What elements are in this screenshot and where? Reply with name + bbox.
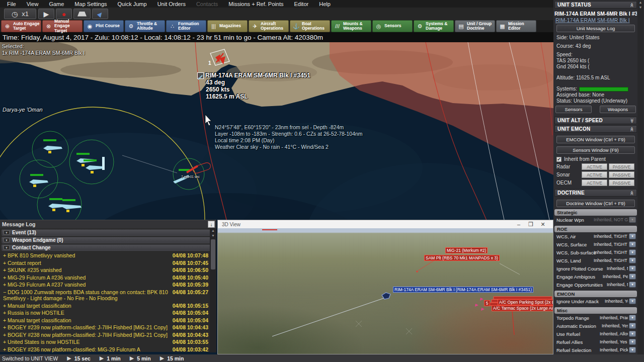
formation-editor-button[interactable]: ∴ FormationEditor (166, 20, 206, 32)
log-entry[interactable]: + Contact report04/08 10:07:45 (0, 259, 216, 267)
sensors-window-button[interactable]: Sensors Window (F9) (556, 146, 635, 154)
log-entry[interactable]: + BOGEY #239 now platform-classified: J-… (0, 324, 216, 331)
oecm-active-button[interactable]: ACTIVE (582, 179, 607, 186)
log-entry[interactable]: + MiG-29 Fulcrum A #236 vanished04/08 10… (0, 274, 216, 282)
unit-database-link[interactable]: RIM-174A ERAM SM-6MR Blk I (554, 17, 637, 23)
sidebar-scrollbar[interactable]: ▲ ▼ (637, 0, 643, 362)
log-entry[interactable]: + BPK 810 Smetlivyy vanished04/08 10:07:… (0, 252, 216, 259)
dropdown-icon[interactable]: ▼ (629, 249, 636, 255)
sensors-panel-button[interactable]: Sensors (555, 106, 592, 113)
rim-missile-label[interactable]: RIM-174A ERAM SM-6MR Blk I (RIM-174A ERA… (393, 287, 533, 293)
weapons-panel-button[interactable]: Weapons (600, 106, 636, 113)
collapse-chevron-icon[interactable]: ≪ (629, 127, 634, 131)
menu-map-settings[interactable]: Map Settings (74, 1, 107, 7)
dropdown-icon[interactable]: ▼ (629, 323, 636, 329)
mission-editor-button[interactable]: ▦ MissionEditor (496, 20, 536, 32)
play-button[interactable]: ▶ (38, 9, 54, 19)
chevron-down-icon[interactable]: ▼ (4, 238, 10, 242)
expand-chevron-icon[interactable]: ≪ (629, 118, 634, 123)
systems-damage-button[interactable]: ⚙ Systems &Damage (414, 20, 454, 32)
log-entry[interactable]: + MiG-29 Fulcrum A #237 vanished04/08 10… (0, 281, 216, 289)
3d-view-titlebar[interactable]: 3D View – ❒ ✕ (218, 220, 553, 228)
menu-help[interactable]: Help (319, 1, 331, 7)
menu-editor[interactable]: Editor (294, 1, 308, 7)
inherit-checkbox[interactable]: ✔ (556, 157, 561, 162)
dropdown-icon[interactable]: ▼ (629, 347, 636, 353)
log-entry[interactable]: + BOGEY #236 now platform-classified: Mi… (0, 346, 216, 353)
chevron-down-icon[interactable]: ▼ (4, 245, 10, 250)
mig21-label[interactable]: MiG-21 (Merkum #2) (445, 247, 488, 253)
3d-view-content[interactable]: MiG-21 (Merkum #2) SAM Plt (RBS 70 Mk1 M… (218, 228, 553, 354)
menu-missions-refpoints[interactable]: Missions + Ref. Points (228, 1, 283, 7)
boat-operations-button[interactable]: ⚓ BoatOperations (290, 20, 330, 32)
log-group-event[interactable]: ▼ Event (13) (2, 229, 215, 236)
mounts-weapons-button[interactable]: /// Mounts &Weapons (331, 20, 371, 32)
dropdown-icon[interactable]: ▼ (629, 298, 636, 304)
dropdown-icon[interactable]: ▼ (629, 315, 636, 321)
plot-course-button[interactable]: ◉ Plot Course (84, 20, 124, 32)
time-compression-button[interactable]: ◷ x1 (4, 9, 36, 19)
dropdown-icon[interactable]: ▼ (629, 265, 636, 272)
doctrine-header[interactable]: DOCTRINE ≪ (554, 189, 637, 197)
time-step-15min[interactable]: ▶ 15 min (160, 355, 184, 361)
log-entry[interactable]: + BOGEY #238 now platform-classified: J-… (0, 331, 216, 339)
close-icon[interactable]: ✕ (537, 221, 549, 228)
menu-quick-jump[interactable]: Quick Jump (118, 1, 147, 7)
time-step-5min[interactable]: ▶ 5 min (130, 355, 151, 361)
maximize-icon[interactable]: ❒ (525, 221, 537, 228)
log-group-weapon-endgame[interactable]: ▼ Weapon Endgame (0) (2, 237, 215, 243)
menu-file[interactable]: File (7, 1, 16, 7)
unit-message-log-button[interactable]: Unit Message Log (556, 25, 635, 32)
throttle-altitude-button[interactable]: ⚙ Throttle &Altitude (125, 20, 165, 32)
record-button[interactable]: ● (56, 9, 72, 19)
radar-passive-button[interactable]: PASSIVE (609, 163, 634, 170)
tarmac-space-label[interactable]: A/C Tarmac Space (2x Large Aircraft) (492, 305, 553, 311)
log-group-contact-change[interactable]: ▼ Contact Change (2, 244, 215, 251)
unit-group-doctrine-button[interactable]: ▤ Unit / GroupDoctrine (455, 20, 495, 32)
scroll-up-icon[interactable]: ▲ (210, 228, 216, 233)
magazines-button[interactable]: ||| Magazines (207, 20, 248, 32)
unit-alt-speed-header[interactable]: UNIT ALT / SPEED ≪ (554, 117, 637, 124)
doctrine-window-button[interactable]: Doctrine Window (Ctrl + F9) (556, 200, 635, 207)
dropdown-icon[interactable]: ▼ (629, 233, 636, 239)
manual-engage-target-button[interactable]: ⊗ ManualEngage Target (42, 20, 83, 32)
dropdown-icon[interactable]: ▼ (629, 282, 636, 288)
collapse-chevron-icon[interactable]: ≪ (629, 191, 634, 195)
message-log-scrollbar[interactable]: ▲ ▼ (210, 228, 216, 352)
oecm-passive-button[interactable]: PASSIVE (609, 179, 634, 186)
parking-spot-label[interactable]: A/C Open Parking Spot (2x Large (498, 299, 553, 305)
scroll-down-icon[interactable]: ▼ (210, 233, 216, 238)
sam-platoon-label[interactable]: SAM Plt (RBS 70 Mk1 MANPADS x 3) (424, 255, 500, 261)
scroll-up-icon[interactable]: ▲ (637, 0, 643, 5)
auto-engage-target-button[interactable]: ⊕ Auto EngageTarget (1, 20, 41, 32)
jump-to-pointer-button[interactable]: ▶ (92, 9, 108, 19)
log-entry[interactable]: + Russia is now HOSTILE04/08 10:05:04 (0, 309, 216, 317)
dropdown-icon[interactable]: ▼ (629, 257, 636, 263)
scrollbar-thumb[interactable] (211, 239, 215, 269)
dropdown-icon[interactable]: ▼ (629, 331, 636, 337)
collapse-chevron-icon[interactable]: ≪ (629, 3, 634, 7)
time-step-15sec[interactable]: ▶ 15 sec (67, 355, 91, 361)
chevron-down-icon[interactable]: ▼ (4, 230, 10, 235)
dropdown-icon[interactable]: ▼ (629, 241, 636, 247)
dropdown-icon[interactable]: ▼ (629, 274, 636, 280)
unit-status-header[interactable]: UNIT STATUS ≪ (554, 1, 637, 9)
sonar-active-button[interactable]: ACTIVE (582, 171, 607, 178)
dropdown-icon[interactable]: ▼ (629, 339, 636, 345)
menu-view[interactable]: View (27, 1, 39, 7)
log-entry[interactable]: − DDG 1000 Zumwalt reports BDA status ch… (0, 289, 216, 302)
message-log-dock-button[interactable]: ↓ (208, 221, 215, 228)
aircraft-operations-button[interactable]: ✈ AircraftOperations (249, 20, 289, 32)
time-step-1min[interactable]: ▶ 1 min (100, 355, 121, 361)
radar-active-button[interactable]: ACTIVE (582, 163, 607, 170)
menu-game[interactable]: Game (49, 1, 64, 7)
unit-type-icon[interactable] (197, 72, 204, 79)
log-entry[interactable]: + United States is now HOSTILE04/08 10:0… (0, 338, 216, 346)
emcon-window-button[interactable]: EMCON Window (Ctrl + F9) (556, 136, 635, 143)
log-entry[interactable]: + Manual target classification04/08 10:0… (0, 302, 216, 310)
unit-emcon-header[interactable]: UNIT EMCON ≪ (554, 125, 637, 133)
bridge-view-button[interactable] (73, 9, 91, 19)
menu-unit-orders[interactable]: Unit Orders (157, 1, 186, 7)
sensors-button[interactable]: ◎ Sensors (372, 20, 413, 32)
minimize-icon[interactable]: – (513, 221, 525, 227)
